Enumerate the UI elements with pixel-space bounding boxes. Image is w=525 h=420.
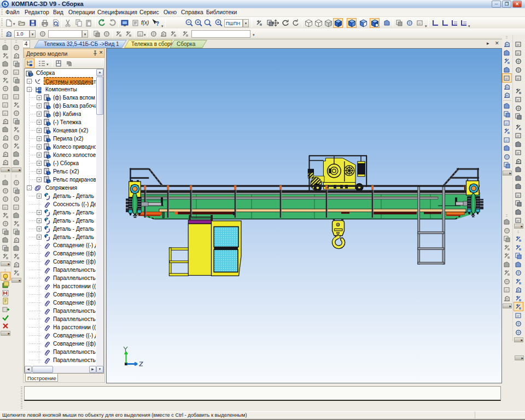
svg-text:?: ?	[156, 21, 159, 27]
